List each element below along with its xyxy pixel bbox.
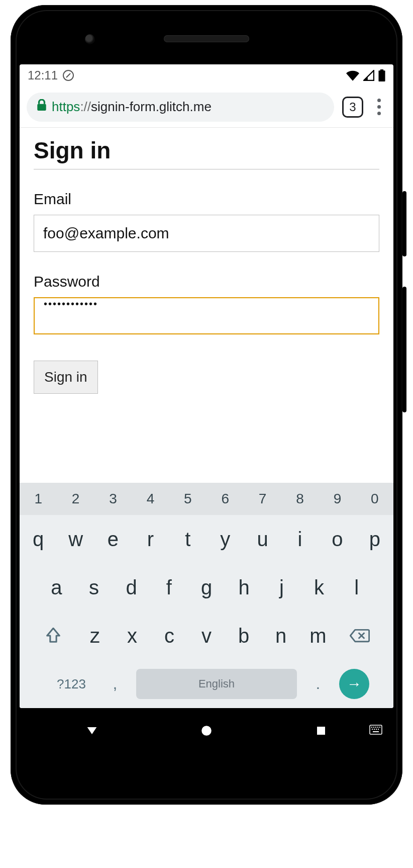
cell-signal-icon [363,70,374,81]
key-i[interactable]: i [281,515,319,563]
key-u[interactable]: u [244,515,281,563]
key-5[interactable]: 5 [169,483,206,515]
recents-button[interactable] [301,718,341,743]
wifi-icon [346,70,359,81]
soft-keyboard: 1234567890 qwertyuiop asdfghjkl zxcvbnm … [20,483,393,708]
page-title: Sign in [34,137,379,169]
key-6[interactable]: 6 [206,483,244,515]
key-k[interactable]: k [300,563,338,612]
url-host: signin-form.glitch.me [91,99,212,114]
ime-switch-icon[interactable] [369,725,382,737]
key-g[interactable]: g [188,563,226,612]
key-b[interactable]: b [225,612,262,660]
status-bar: 12:11 [20,64,393,86]
key-7[interactable]: 7 [244,483,281,515]
enter-key[interactable]: → [339,669,369,699]
power-button[interactable] [402,191,406,256]
key-j[interactable]: j [263,563,300,612]
key-n[interactable]: n [262,612,299,660]
keyboard-row-3: zxcvbnm [20,612,393,660]
period-key[interactable]: . [302,660,334,708]
key-m[interactable]: m [299,612,337,660]
password-input[interactable]: •••••••••••• [34,297,379,334]
svg-rect-6 [371,727,372,728]
password-field-group: Password •••••••••••• [34,273,379,334]
backspace-key[interactable] [337,612,383,660]
svg-rect-4 [317,727,325,735]
screen: 12:11 https: [20,64,393,708]
android-nav-bar [20,708,393,753]
key-s[interactable]: s [75,563,113,612]
volume-button[interactable] [402,287,406,412]
tab-count: 3 [349,100,356,114]
password-label: Password [34,273,379,290]
svg-rect-11 [372,729,373,730]
svg-rect-15 [373,731,379,732]
svg-rect-1 [380,69,384,71]
svg-rect-14 [378,729,379,730]
key-o[interactable]: o [319,515,356,563]
space-key[interactable]: English [136,669,297,699]
status-time: 12:11 [28,68,58,82]
bezel-top [20,14,393,64]
keyboard-row-2: asdfghjkl [20,563,393,612]
overflow-menu-button[interactable] [371,99,386,115]
svg-rect-7 [373,727,374,728]
svg-rect-13 [376,729,377,730]
back-button[interactable] [72,718,112,743]
home-button[interactable] [186,718,227,743]
browser-toolbar: https://signin-form.glitch.me 3 [20,86,393,128]
svg-rect-12 [374,729,375,730]
key-2[interactable]: 2 [57,483,94,515]
svg-rect-10 [379,727,380,728]
address-bar[interactable]: https://signin-form.glitch.me [27,93,334,122]
lock-icon [37,99,47,115]
key-3[interactable]: 3 [94,483,132,515]
battery-icon [378,69,385,81]
sign-in-button[interactable]: Sign in [34,361,98,394]
keyboard-row-1: qwertyuiop [20,515,393,563]
url-scheme: https [52,99,80,114]
email-label: Email [34,191,379,208]
key-e[interactable]: e [94,515,132,563]
svg-rect-9 [377,727,378,728]
key-d[interactable]: d [113,563,150,612]
svg-rect-2 [37,104,46,111]
key-t[interactable]: t [169,515,206,563]
url-text: https://signin-form.glitch.me [52,99,212,115]
email-input[interactable] [34,215,379,252]
key-1[interactable]: 1 [20,483,57,515]
url-separator: :// [80,99,91,114]
symbols-key[interactable]: ?123 [44,660,99,708]
front-camera [85,34,95,44]
email-field-group: Email [34,191,379,252]
svg-point-3 [201,726,212,736]
do-not-disturb-icon [63,70,74,81]
key-4[interactable]: 4 [132,483,169,515]
keyboard-row-4: ?123 , English . → [20,660,393,708]
key-y[interactable]: y [206,515,244,563]
key-v[interactable]: v [188,612,225,660]
key-r[interactable]: r [132,515,169,563]
keyboard-number-row: 1234567890 [20,483,393,515]
earpiece-speaker [164,35,249,42]
key-p[interactable]: p [356,515,393,563]
comma-key[interactable]: , [99,660,131,708]
key-8[interactable]: 8 [281,483,319,515]
svg-rect-0 [378,70,385,81]
key-l[interactable]: l [338,563,375,612]
key-9[interactable]: 9 [319,483,356,515]
key-0[interactable]: 0 [356,483,393,515]
key-f[interactable]: f [150,563,188,612]
key-x[interactable]: x [114,612,151,660]
key-h[interactable]: h [225,563,263,612]
page-content: Sign in Email Password •••••••••••• Sign… [20,128,393,483]
svg-rect-8 [375,727,376,728]
key-q[interactable]: q [20,515,57,563]
key-a[interactable]: a [38,563,75,612]
shift-key[interactable] [30,612,76,660]
key-z[interactable]: z [76,612,114,660]
key-c[interactable]: c [151,612,188,660]
tab-switcher-button[interactable]: 3 [342,97,363,118]
key-w[interactable]: w [57,515,94,563]
